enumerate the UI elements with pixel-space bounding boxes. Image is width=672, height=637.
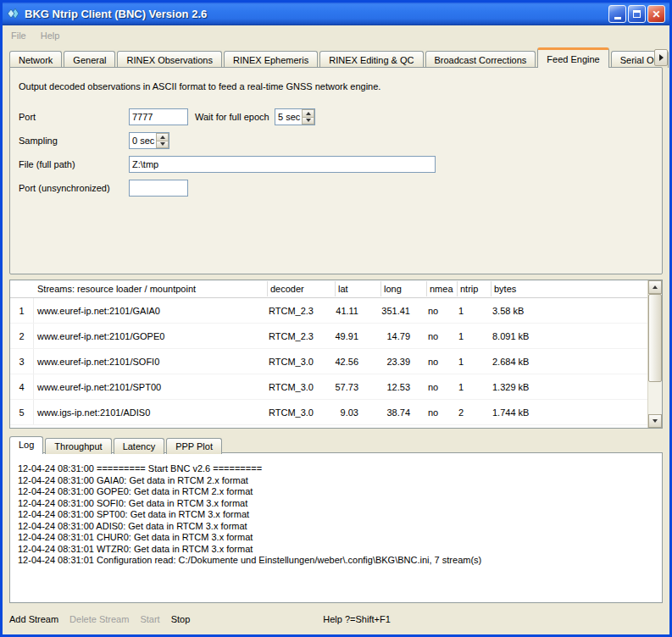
port-input[interactable] (129, 108, 188, 125)
cell-mountpoint: www.euref-ip.net:2101/GOPE0 (34, 331, 267, 341)
tab-ppp-plot[interactable]: PPP Plot (166, 438, 222, 454)
spin-down-button[interactable] (156, 141, 169, 149)
cell-ntrip: 1 (457, 382, 491, 392)
cell-decoder: RTCM_3.0 (267, 382, 335, 392)
delete-stream-button[interactable]: Delete Stream (69, 614, 129, 624)
scrollbar-down-button[interactable] (648, 414, 662, 428)
cell-decoder: RTCM_3.0 (267, 357, 335, 367)
tab-latency[interactable]: Latency (114, 438, 165, 454)
table-row[interactable]: 3 www.euref-ip.net:2101/SOFI0 RTCM_3.0 4… (10, 349, 662, 374)
minimize-button[interactable] (608, 5, 626, 23)
cell-nmea: no (426, 407, 457, 418)
bnc-window: BKG Ntrip Client (BNC) Version 2.6 ✕ Fil… (0, 0, 672, 637)
menu-help[interactable]: Help (41, 30, 60, 41)
cell-long: 12.53 (380, 382, 426, 392)
start-button[interactable]: Start (140, 614, 159, 624)
bottom-bar: Add Stream Delete Stream Start Stop Help… (3, 603, 669, 634)
tab-network[interactable]: Network (9, 51, 62, 68)
cell-long: 23.39 (380, 357, 426, 367)
tab-general[interactable]: General (64, 51, 115, 68)
wait-epoch-label: Wait for full epoch (195, 112, 275, 122)
tab-rinex-observations[interactable]: RINEX Observations (117, 51, 221, 68)
sampling-spinner[interactable]: 0 sec (129, 132, 169, 149)
help-shortcut-text: Help ?=Shift+F1 (323, 614, 391, 624)
vertical-scrollbar[interactable] (647, 280, 662, 428)
cell-lat: 41.11 (335, 306, 380, 316)
log-panel[interactable]: 12-04-24 08:31:00 ========= Start BNC v2… (9, 452, 663, 603)
scrollbar-thumb[interactable] (648, 294, 662, 382)
table-row[interactable]: 1 www.euref-ip.net:2101/GAIA0 RTCM_2.3 4… (10, 298, 662, 324)
app-icon (7, 7, 20, 22)
close-button[interactable]: ✕ (647, 5, 665, 23)
window-title: BKG Ntrip Client (BNC) Version 2.6 (25, 8, 604, 20)
log-line: 12-04-24 08:31:01 Configuration read: C:… (18, 555, 655, 567)
streams-table: Streams: resource loader / mountpoint de… (9, 280, 663, 429)
cell-lat: 49.91 (335, 331, 380, 341)
file-path-label: File (full path) (19, 159, 129, 169)
maximize-icon (633, 10, 641, 18)
arrow-down-icon (306, 119, 311, 122)
col-header-nmea: nmea (426, 281, 457, 296)
tab-throughput[interactable]: Throughput (45, 438, 111, 454)
arrow-down-icon (653, 419, 658, 423)
col-header-decoder: decoder (267, 281, 335, 296)
cell-long: 38.74 (380, 407, 426, 418)
tab-broadcast-corrections[interactable]: Broadcast Corrections (425, 51, 536, 68)
close-icon: ✕ (652, 8, 660, 20)
maximize-button[interactable] (628, 5, 646, 23)
cell-bytes: 2.684 kB (491, 357, 662, 367)
stop-button[interactable]: Stop (171, 614, 191, 624)
port-unsync-label: Port (unsynchronized) (19, 183, 129, 193)
tab-feed-engine[interactable]: Feed Engine (537, 47, 608, 68)
cell-ntrip: 2 (457, 407, 491, 418)
log-line: 12-04-24 08:31:00 GAIA0: Get data in RTC… (18, 475, 655, 487)
cell-nmea: no (426, 331, 457, 341)
tab-log[interactable]: Log (9, 436, 43, 454)
col-header-bytes: bytes (491, 281, 662, 296)
arrow-down-icon (160, 142, 165, 146)
streams-table-header: Streams: resource loader / mountpoint de… (10, 280, 662, 298)
table-row[interactable]: 2 www.euref-ip.net:2101/GOPE0 RTCM_2.3 4… (10, 324, 662, 349)
log-line: 12-04-24 08:31:00 ADIS0: Get data in RTC… (18, 521, 655, 533)
minimize-icon (614, 17, 621, 19)
col-header-long: long (380, 281, 426, 296)
tab-rinex-ephemeris[interactable]: RINEX Ephemeris (224, 51, 318, 68)
cell-nmea: no (426, 382, 457, 392)
log-line: 12-04-24 08:31:00 ========= Start BNC v2… (18, 463, 655, 475)
add-stream-button[interactable]: Add Stream (9, 614, 58, 624)
log-line: 12-04-24 08:31:01 WTZR0: Get data in RTC… (18, 544, 655, 556)
col-header-mountpoint: Streams: resource loader / mountpoint (34, 281, 267, 296)
cell-lat: 57.73 (335, 382, 380, 392)
port-label: Port (19, 112, 129, 122)
file-path-input[interactable] (129, 156, 436, 173)
arrow-up-icon (306, 112, 311, 115)
scrollbar-up-button[interactable] (648, 280, 662, 294)
log-line: 12-04-24 08:31:00 SPT00: Get data in RTC… (18, 509, 655, 521)
arrow-up-icon (653, 285, 658, 289)
sampling-label: Sampling (19, 136, 129, 146)
cell-nmea: no (426, 306, 457, 316)
sampling-value: 0 sec (130, 133, 156, 148)
wait-epoch-spinner[interactable]: 5 sec (275, 108, 315, 125)
port-unsync-input[interactable] (129, 180, 188, 197)
panel-description: Output decoded observations in ASCII for… (19, 81, 653, 91)
cell-lat: 9.03 (335, 407, 380, 418)
log-line: 12-04-24 08:31:00 SOFI0: Get data in RTC… (18, 498, 655, 510)
arrow-right-icon (659, 54, 664, 61)
tab-rinex-editing-qc[interactable]: RINEX Editing & QC (319, 51, 423, 68)
row-number: 5 (10, 400, 34, 424)
feed-engine-panel: Output decoded observations in ASCII for… (9, 67, 663, 274)
table-row[interactable]: 4 www.euref-ip.net:2101/SPT00 RTCM_3.0 5… (10, 374, 662, 400)
arrow-up-icon (160, 136, 165, 139)
wait-epoch-value: 5 sec (275, 109, 302, 125)
log-line: 12-04-24 08:31:01 CHUR0: Get data in RTC… (18, 532, 655, 544)
menu-file[interactable]: File (11, 30, 26, 41)
row-number: 1 (10, 298, 34, 323)
spin-down-button[interactable] (302, 117, 314, 125)
cell-lat: 42.56 (335, 357, 380, 367)
col-header-number (10, 286, 34, 291)
tab-scroll-right-button[interactable] (654, 49, 668, 66)
cell-ntrip: 1 (457, 357, 491, 367)
row-number: 3 (10, 349, 34, 374)
table-row[interactable]: 5 www.igs-ip.net:2101/ADIS0 RTCM_3.0 9.0… (10, 400, 662, 425)
